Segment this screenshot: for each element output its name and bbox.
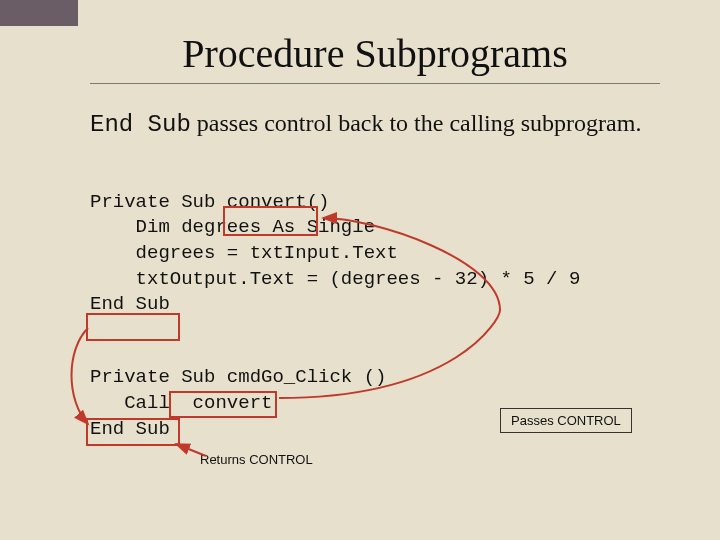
code2-l2a: Call xyxy=(90,392,181,414)
highlight-call-convert xyxy=(169,391,277,418)
code1-l1a: Private Sub xyxy=(90,191,227,213)
slide: Procedure Subprograms End Sub passes con… xyxy=(0,0,720,540)
highlight-endsub-2 xyxy=(86,418,180,446)
passes-control-label: Passes CONTROL xyxy=(500,408,632,433)
highlight-endsub-1 xyxy=(86,313,180,341)
highlight-convert-def xyxy=(223,206,318,236)
intro-text: End Sub passes control back to the calli… xyxy=(90,108,660,140)
code2-l1: Private Sub cmdGo_Click () xyxy=(90,366,386,388)
code-block-1: Private Sub convert() Dim degrees As Sin… xyxy=(90,164,660,318)
code1-l3: degrees = txtInput.Text xyxy=(90,242,398,264)
returns-control-label: Returns CONTROL xyxy=(200,452,313,467)
intro-rest: passes control back to the calling subpr… xyxy=(191,110,642,136)
title-underline xyxy=(90,83,660,84)
code1-l5: End Sub xyxy=(90,293,170,315)
page-title: Procedure Subprograms xyxy=(90,30,660,77)
code1-l4: txtOutput.Text = (degrees - 32) * 5 / 9 xyxy=(90,268,580,290)
intro-code: End Sub xyxy=(90,111,191,138)
corner-decoration xyxy=(0,0,78,26)
